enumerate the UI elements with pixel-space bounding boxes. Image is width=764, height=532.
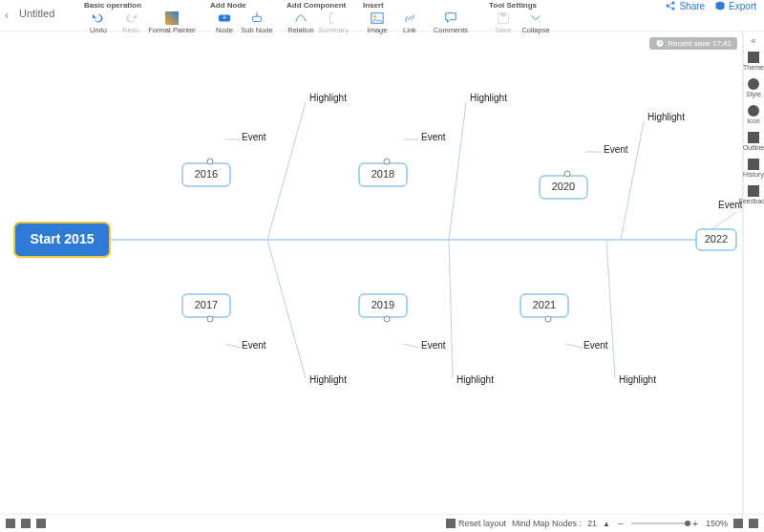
svg-line-29 bbox=[566, 344, 582, 348]
expand-dot[interactable] bbox=[384, 316, 390, 322]
nodes-count: 21 bbox=[587, 519, 597, 528]
leaf-highlight[interactable]: Highlight bbox=[309, 374, 347, 385]
svg-rect-5 bbox=[500, 13, 505, 17]
expand-dot[interactable] bbox=[207, 316, 213, 322]
svg-text:2018: 2018 bbox=[371, 168, 394, 180]
leaf-event[interactable]: Event bbox=[421, 132, 446, 142]
export-button[interactable]: Export bbox=[714, 0, 756, 11]
zoom-out-button[interactable]: − bbox=[616, 519, 626, 528]
side-theme[interactable]: Theme bbox=[739, 52, 764, 71]
expand-dot[interactable] bbox=[384, 159, 390, 164]
side-feedback[interactable]: Feedback bbox=[739, 185, 764, 204]
group-addcomp-title: Add Component bbox=[285, 0, 350, 11]
leaf-highlight[interactable]: Highlight bbox=[456, 374, 494, 385]
right-panel: « ThemeStyleIconOutlineHistoryFeedback bbox=[742, 32, 764, 518]
bottom-icon-3[interactable] bbox=[36, 519, 46, 528]
leaf-event[interactable]: Event bbox=[242, 340, 266, 351]
leaf-highlight[interactable]: Highlight bbox=[470, 93, 507, 103]
svg-rect-2 bbox=[253, 16, 262, 21]
svg-line-24 bbox=[449, 240, 453, 378]
nodes-up-icon[interactable]: ▲ bbox=[603, 520, 610, 528]
bottom-icon-1[interactable] bbox=[6, 519, 15, 528]
svg-line-18 bbox=[621, 121, 644, 240]
fit-icon[interactable] bbox=[749, 519, 758, 528]
svg-line-21 bbox=[267, 240, 306, 378]
expand-dot[interactable] bbox=[564, 171, 570, 177]
group-basic-title: Basic operation bbox=[82, 0, 197, 11]
leaf-highlight[interactable]: Highlight bbox=[647, 112, 685, 122]
panel-collapse-icon[interactable]: « bbox=[751, 35, 756, 46]
side-history[interactable]: History bbox=[739, 159, 764, 178]
side-outline[interactable]: Outline bbox=[739, 132, 764, 151]
svg-text:2022: 2022 bbox=[705, 233, 728, 245]
svg-text:+: + bbox=[223, 14, 226, 21]
doc-title[interactable]: Untitled bbox=[13, 0, 76, 19]
side-icon[interactable]: Icon bbox=[739, 105, 764, 124]
share-button[interactable]: Share bbox=[665, 0, 705, 11]
svg-line-27 bbox=[606, 240, 615, 378]
root-label: Start 2015 bbox=[31, 231, 95, 246]
zoom-value: 150% bbox=[706, 519, 728, 528]
nodes-label: Mind Map Nodes : bbox=[512, 519, 582, 528]
back-button[interactable]: ‹ bbox=[0, 0, 13, 31]
svg-point-4 bbox=[373, 15, 376, 18]
leaf-event[interactable]: Event bbox=[604, 144, 628, 155]
zoom-in-button[interactable]: + bbox=[690, 519, 700, 528]
expand-dot[interactable] bbox=[545, 316, 551, 322]
bottom-icon-2[interactable] bbox=[21, 519, 31, 528]
leaf-event[interactable]: Event bbox=[242, 132, 266, 142]
group-insert-title: Insert bbox=[361, 0, 476, 11]
leaf-event[interactable]: Event bbox=[421, 340, 446, 351]
svg-text:2016: 2016 bbox=[195, 168, 218, 180]
svg-line-26 bbox=[404, 344, 419, 348]
group-toolset-title: Tool Settings bbox=[487, 0, 552, 11]
svg-text:2019: 2019 bbox=[371, 299, 394, 310]
fullscreen-icon[interactable] bbox=[733, 519, 743, 528]
reset-layout-button[interactable]: Reset layout bbox=[446, 519, 506, 528]
side-style[interactable]: Style bbox=[739, 78, 764, 97]
svg-line-15 bbox=[449, 102, 466, 240]
expand-dot[interactable] bbox=[207, 159, 213, 164]
svg-line-23 bbox=[225, 344, 240, 348]
svg-point-7 bbox=[672, 2, 675, 5]
svg-line-12 bbox=[267, 102, 306, 240]
group-addnode-title: Add Node bbox=[208, 0, 273, 11]
leaf-event[interactable]: Event bbox=[584, 340, 608, 351]
zoom-slider[interactable] bbox=[631, 522, 685, 524]
svg-text:2020: 2020 bbox=[552, 181, 575, 192]
status-bar: Reset layout Mind Map Nodes : 21 ▲ − + 1… bbox=[0, 514, 764, 532]
leaf-highlight[interactable]: Highlight bbox=[619, 374, 656, 385]
svg-text:2017: 2017 bbox=[195, 299, 218, 310]
svg-text:2021: 2021 bbox=[533, 299, 556, 310]
svg-point-8 bbox=[672, 8, 675, 11]
canvas[interactable]: 🕑Recent save 17:41 Start 2015Event202220… bbox=[0, 32, 744, 514]
toolbar-groups: Basic operation Undo Redo Format Painter… bbox=[76, 0, 558, 35]
leaf-highlight[interactable]: Highlight bbox=[309, 93, 347, 103]
